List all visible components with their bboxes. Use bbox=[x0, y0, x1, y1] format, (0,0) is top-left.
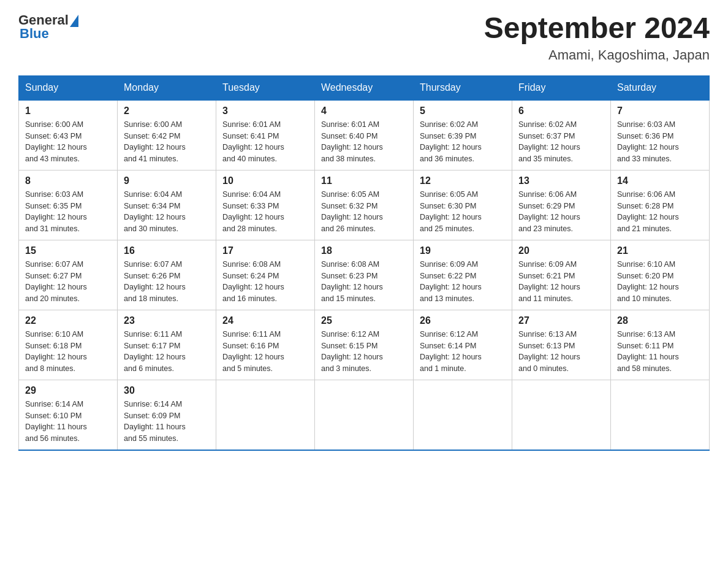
day-info: Sunrise: 6:05 AMSunset: 6:30 PMDaylight:… bbox=[420, 189, 506, 235]
calendar-cell: 26Sunrise: 6:12 AMSunset: 6:14 PMDayligh… bbox=[414, 310, 512, 380]
day-number: 18 bbox=[321, 245, 407, 256]
day-info: Sunrise: 6:04 AMSunset: 6:33 PMDaylight:… bbox=[222, 189, 308, 235]
day-info: Sunrise: 6:05 AMSunset: 6:32 PMDaylight:… bbox=[321, 189, 407, 235]
day-info: Sunrise: 6:06 AMSunset: 6:28 PMDaylight:… bbox=[617, 189, 703, 235]
day-number: 22 bbox=[25, 315, 111, 326]
day-number: 23 bbox=[124, 315, 210, 326]
calendar-week-2: 8Sunrise: 6:03 AMSunset: 6:35 PMDaylight… bbox=[19, 170, 710, 240]
calendar-cell: 23Sunrise: 6:11 AMSunset: 6:17 PMDayligh… bbox=[118, 310, 216, 380]
title-block: September 2024 Amami, Kagoshima, Japan bbox=[484, 12, 710, 63]
calendar-week-1: 1Sunrise: 6:00 AMSunset: 6:43 PMDaylight… bbox=[19, 100, 710, 170]
day-number: 17 bbox=[222, 245, 308, 256]
calendar-cell: 28Sunrise: 6:13 AMSunset: 6:11 PMDayligh… bbox=[611, 310, 710, 380]
day-number: 4 bbox=[321, 105, 407, 117]
logo: General Blue bbox=[18, 12, 78, 42]
day-info: Sunrise: 6:14 AMSunset: 6:09 PMDaylight:… bbox=[124, 399, 210, 445]
header-day-friday: Friday bbox=[512, 75, 611, 100]
day-number: 24 bbox=[222, 315, 308, 326]
calendar-cell: 7Sunrise: 6:03 AMSunset: 6:36 PMDaylight… bbox=[611, 100, 710, 170]
day-info: Sunrise: 6:08 AMSunset: 6:23 PMDaylight:… bbox=[321, 259, 407, 305]
day-number: 27 bbox=[518, 315, 604, 326]
calendar-cell: 6Sunrise: 6:02 AMSunset: 6:37 PMDaylight… bbox=[512, 100, 611, 170]
day-info: Sunrise: 6:01 AMSunset: 6:40 PMDaylight:… bbox=[321, 119, 407, 165]
calendar-cell bbox=[512, 380, 611, 450]
calendar-cell: 20Sunrise: 6:09 AMSunset: 6:21 PMDayligh… bbox=[512, 240, 611, 310]
location-subtitle: Amami, Kagoshima, Japan bbox=[484, 47, 710, 63]
day-info: Sunrise: 6:08 AMSunset: 6:24 PMDaylight:… bbox=[222, 259, 308, 305]
calendar-cell: 8Sunrise: 6:03 AMSunset: 6:35 PMDaylight… bbox=[19, 170, 118, 240]
day-info: Sunrise: 6:09 AMSunset: 6:21 PMDaylight:… bbox=[518, 259, 604, 305]
calendar-cell: 19Sunrise: 6:09 AMSunset: 6:22 PMDayligh… bbox=[414, 240, 512, 310]
day-number: 2 bbox=[124, 105, 210, 117]
calendar-week-3: 15Sunrise: 6:07 AMSunset: 6:27 PMDayligh… bbox=[19, 240, 710, 310]
day-info: Sunrise: 6:09 AMSunset: 6:22 PMDaylight:… bbox=[420, 259, 506, 305]
logo-triangle-icon bbox=[70, 15, 78, 27]
calendar-cell: 27Sunrise: 6:13 AMSunset: 6:13 PMDayligh… bbox=[512, 310, 611, 380]
calendar-cell: 25Sunrise: 6:12 AMSunset: 6:15 PMDayligh… bbox=[315, 310, 414, 380]
day-info: Sunrise: 6:06 AMSunset: 6:29 PMDaylight:… bbox=[518, 189, 604, 235]
day-number: 8 bbox=[25, 175, 111, 186]
day-info: Sunrise: 6:00 AMSunset: 6:42 PMDaylight:… bbox=[124, 119, 210, 165]
calendar-cell bbox=[611, 380, 710, 450]
day-number: 6 bbox=[518, 105, 604, 117]
header-day-sunday: Sunday bbox=[19, 75, 118, 100]
day-info: Sunrise: 6:12 AMSunset: 6:15 PMDaylight:… bbox=[321, 329, 407, 375]
calendar-cell: 4Sunrise: 6:01 AMSunset: 6:40 PMDaylight… bbox=[315, 100, 414, 170]
calendar-cell: 2Sunrise: 6:00 AMSunset: 6:42 PMDaylight… bbox=[118, 100, 216, 170]
day-info: Sunrise: 6:03 AMSunset: 6:36 PMDaylight:… bbox=[617, 119, 703, 165]
day-info: Sunrise: 6:14 AMSunset: 6:10 PMDaylight:… bbox=[25, 399, 111, 445]
header-day-tuesday: Tuesday bbox=[216, 75, 315, 100]
calendar-cell: 16Sunrise: 6:07 AMSunset: 6:26 PMDayligh… bbox=[118, 240, 216, 310]
calendar-cell: 30Sunrise: 6:14 AMSunset: 6:09 PMDayligh… bbox=[118, 380, 216, 450]
day-info: Sunrise: 6:13 AMSunset: 6:11 PMDaylight:… bbox=[617, 329, 703, 375]
day-info: Sunrise: 6:02 AMSunset: 6:37 PMDaylight:… bbox=[518, 119, 604, 165]
day-number: 13 bbox=[518, 175, 604, 186]
calendar-cell bbox=[315, 380, 414, 450]
calendar-cell bbox=[216, 380, 315, 450]
calendar-cell: 24Sunrise: 6:11 AMSunset: 6:16 PMDayligh… bbox=[216, 310, 315, 380]
calendar-cell: 21Sunrise: 6:10 AMSunset: 6:20 PMDayligh… bbox=[611, 240, 710, 310]
day-info: Sunrise: 6:07 AMSunset: 6:26 PMDaylight:… bbox=[124, 259, 210, 305]
day-number: 26 bbox=[420, 315, 506, 326]
day-info: Sunrise: 6:13 AMSunset: 6:13 PMDaylight:… bbox=[518, 329, 604, 375]
header-day-wednesday: Wednesday bbox=[315, 75, 414, 100]
calendar-cell: 18Sunrise: 6:08 AMSunset: 6:23 PMDayligh… bbox=[315, 240, 414, 310]
day-number: 15 bbox=[25, 245, 111, 256]
day-info: Sunrise: 6:10 AMSunset: 6:18 PMDaylight:… bbox=[25, 329, 111, 375]
page-header: General Blue September 2024 Amami, Kagos… bbox=[18, 12, 710, 63]
day-info: Sunrise: 6:11 AMSunset: 6:17 PMDaylight:… bbox=[124, 329, 210, 375]
day-number: 5 bbox=[420, 105, 506, 117]
calendar-cell: 29Sunrise: 6:14 AMSunset: 6:10 PMDayligh… bbox=[19, 380, 118, 450]
calendar-table: SundayMondayTuesdayWednesdayThursdayFrid… bbox=[18, 75, 710, 451]
calendar-body: 1Sunrise: 6:00 AMSunset: 6:43 PMDaylight… bbox=[19, 100, 710, 450]
calendar-cell: 13Sunrise: 6:06 AMSunset: 6:29 PMDayligh… bbox=[512, 170, 611, 240]
day-info: Sunrise: 6:03 AMSunset: 6:35 PMDaylight:… bbox=[25, 189, 111, 235]
day-number: 25 bbox=[321, 315, 407, 326]
day-number: 16 bbox=[124, 245, 210, 256]
day-number: 1 bbox=[25, 105, 111, 117]
day-number: 10 bbox=[222, 175, 308, 186]
calendar-header: SundayMondayTuesdayWednesdayThursdayFrid… bbox=[19, 75, 710, 100]
day-number: 28 bbox=[617, 315, 703, 326]
calendar-cell: 5Sunrise: 6:02 AMSunset: 6:39 PMDaylight… bbox=[414, 100, 512, 170]
day-info: Sunrise: 6:10 AMSunset: 6:20 PMDaylight:… bbox=[617, 259, 703, 305]
month-title: September 2024 bbox=[484, 12, 710, 45]
day-number: 21 bbox=[617, 245, 703, 256]
day-info: Sunrise: 6:07 AMSunset: 6:27 PMDaylight:… bbox=[25, 259, 111, 305]
header-row: SundayMondayTuesdayWednesdayThursdayFrid… bbox=[19, 75, 710, 100]
calendar-cell: 10Sunrise: 6:04 AMSunset: 6:33 PMDayligh… bbox=[216, 170, 315, 240]
day-number: 7 bbox=[617, 105, 703, 117]
header-day-thursday: Thursday bbox=[414, 75, 512, 100]
calendar-cell: 22Sunrise: 6:10 AMSunset: 6:18 PMDayligh… bbox=[19, 310, 118, 380]
calendar-cell bbox=[414, 380, 512, 450]
day-number: 30 bbox=[124, 385, 210, 396]
logo-blue-text: Blue bbox=[20, 26, 49, 42]
calendar-cell: 12Sunrise: 6:05 AMSunset: 6:30 PMDayligh… bbox=[414, 170, 512, 240]
day-number: 14 bbox=[617, 175, 703, 186]
calendar-cell: 17Sunrise: 6:08 AMSunset: 6:24 PMDayligh… bbox=[216, 240, 315, 310]
calendar-cell: 9Sunrise: 6:04 AMSunset: 6:34 PMDaylight… bbox=[118, 170, 216, 240]
day-number: 11 bbox=[321, 175, 407, 186]
calendar-cell: 14Sunrise: 6:06 AMSunset: 6:28 PMDayligh… bbox=[611, 170, 710, 240]
day-number: 20 bbox=[518, 245, 604, 256]
day-info: Sunrise: 6:00 AMSunset: 6:43 PMDaylight:… bbox=[25, 119, 111, 165]
